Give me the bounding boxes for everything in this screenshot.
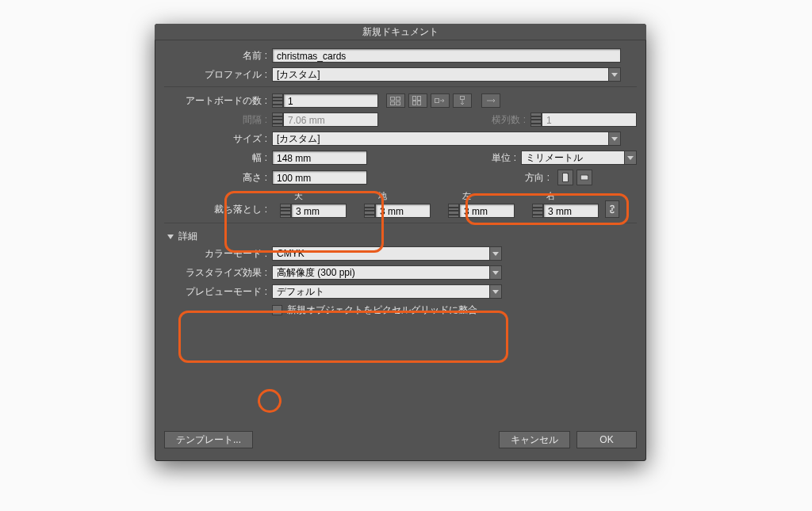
- raster-value: 高解像度 (300 ppi): [272, 265, 489, 280]
- bleed-left-caption: 左: [448, 190, 471, 202]
- columns-label: 横列数 :: [492, 113, 530, 127]
- preview-value: デフォルト: [272, 284, 489, 299]
- artboards-input[interactable]: 1: [283, 93, 378, 108]
- stepper-up-icon[interactable]: [272, 93, 283, 101]
- raster-dropdown[interactable]: 高解像度 (300 ppi): [272, 265, 502, 280]
- colormode-dropdown[interactable]: CMYK: [272, 246, 502, 261]
- stepper-down-icon[interactable]: [448, 211, 459, 218]
- size-dropdown[interactable]: [カスタム]: [272, 132, 621, 146]
- dropdown-arrow-icon: [489, 265, 502, 280]
- spacing-input: 7.06 mm: [283, 112, 378, 127]
- bleed-bottom-spinner[interactable]: 3 mm: [364, 204, 431, 218]
- spacing-label: 間隔 :: [164, 113, 272, 127]
- columns-input: 1: [542, 112, 637, 127]
- bleed-right-caption: 右: [532, 190, 555, 202]
- profile-label: プロファイル :: [164, 68, 272, 82]
- align-pixel-grid-checkbox[interactable]: [272, 305, 282, 315]
- svg-rect-1: [396, 97, 400, 101]
- preview-dropdown[interactable]: デフォルト: [272, 284, 502, 299]
- stepper-down-icon: [530, 120, 542, 127]
- cancel-button[interactable]: キャンセル: [499, 431, 570, 448]
- bleed-top-input[interactable]: 3 mm: [291, 204, 347, 218]
- dialog-body: 名前 : christmas_cards プロファイル : [カスタム] アート…: [155, 40, 646, 331]
- bleed-left-input[interactable]: 3 mm: [459, 204, 515, 218]
- svg-rect-8: [435, 99, 439, 103]
- stepper-up-icon[interactable]: [364, 204, 375, 211]
- bleed-link-button[interactable]: [605, 200, 619, 218]
- bleed-left-spinner[interactable]: 3 mm: [448, 204, 515, 218]
- svg-rect-7: [418, 101, 421, 105]
- stepper-down-icon[interactable]: [272, 101, 283, 108]
- height-input[interactable]: 100 mm: [272, 170, 367, 185]
- width-label: 幅 :: [164, 151, 272, 165]
- advanced-section-label: 詳細: [178, 230, 197, 243]
- stepper-up-icon: [530, 112, 542, 120]
- bleed-right-input[interactable]: 3 mm: [543, 204, 599, 218]
- arrange-grid-row-icon[interactable]: [386, 93, 405, 108]
- disclosure-triangle-icon: [167, 235, 174, 239]
- artboards-spinner[interactable]: 1: [272, 93, 378, 108]
- units-value: ミリメートル: [521, 151, 624, 165]
- stepper-down-icon[interactable]: [364, 211, 375, 218]
- align-pixel-grid-label: 新規オブジェクトをピクセルグリッドに整合: [287, 303, 477, 317]
- name-label: 名前 :: [164, 49, 272, 63]
- svg-rect-0: [391, 97, 395, 101]
- stepper-down-icon: [272, 120, 283, 127]
- profile-dropdown[interactable]: [カスタム]: [272, 67, 621, 82]
- orientation-portrait-button[interactable]: [557, 170, 573, 185]
- units-label: 単位 :: [492, 151, 521, 165]
- spacing-spinner: 7.06 mm: [272, 112, 378, 127]
- orientation-label: 方向 :: [525, 171, 554, 185]
- stepper-down-icon[interactable]: [280, 211, 291, 218]
- arrange-grid-col-icon[interactable]: [408, 93, 427, 108]
- stepper-up-icon[interactable]: [532, 204, 543, 211]
- dropdown-arrow-icon: [608, 132, 621, 146]
- dropdown-arrow-icon: [608, 67, 621, 82]
- bleed-top-spinner[interactable]: 3 mm: [280, 204, 347, 218]
- colormode-value: CMYK: [272, 246, 489, 261]
- profile-value: [カスタム]: [272, 67, 608, 82]
- svg-rect-3: [396, 102, 400, 105]
- bleed-bottom-caption: 地: [364, 190, 387, 202]
- artboards-label: アートボードの数 :: [164, 94, 272, 108]
- stepper-up-icon: [272, 112, 283, 120]
- arrange-col-down-icon[interactable]: [453, 93, 472, 108]
- template-button[interactable]: テンプレート...: [164, 431, 253, 448]
- bleed-bottom-input[interactable]: 3 mm: [375, 204, 431, 218]
- stepper-up-icon[interactable]: [448, 204, 459, 211]
- svg-rect-11: [580, 175, 588, 180]
- raster-label: ラスタライズ効果 :: [164, 266, 272, 280]
- bleed-top-caption: 天: [280, 190, 303, 202]
- preview-label: プレビューモード :: [164, 285, 272, 299]
- ok-button[interactable]: OK: [576, 431, 637, 448]
- dialog-title: 新規ドキュメント: [155, 24, 646, 40]
- bleed-right-spinner[interactable]: 3 mm: [532, 204, 599, 218]
- columns-spinner: 1: [530, 112, 637, 127]
- dropdown-arrow-icon: [489, 246, 502, 261]
- svg-rect-9: [461, 97, 465, 100]
- orientation-landscape-button[interactable]: [576, 170, 592, 185]
- svg-rect-2: [391, 102, 395, 105]
- name-input[interactable]: christmas_cards: [272, 48, 621, 63]
- dropdown-arrow-icon: [624, 151, 637, 165]
- svg-rect-6: [418, 97, 421, 101]
- svg-rect-5: [413, 101, 416, 105]
- size-label: サイズ :: [164, 132, 272, 146]
- advanced-section-toggle[interactable]: 詳細: [167, 230, 637, 243]
- dropdown-arrow-icon: [489, 284, 502, 299]
- stepper-down-icon[interactable]: [532, 211, 543, 218]
- svg-rect-4: [413, 97, 416, 101]
- colormode-label: カラーモード :: [164, 247, 272, 261]
- arrange-row-right-icon[interactable]: [431, 93, 450, 108]
- width-input[interactable]: 148 mm: [272, 151, 367, 165]
- bleed-label: 裁ち落とし :: [164, 203, 272, 218]
- arrange-rtl-icon[interactable]: [481, 93, 500, 108]
- size-value: [カスタム]: [272, 132, 608, 146]
- units-dropdown[interactable]: ミリメートル: [521, 151, 637, 165]
- height-label: 高さ :: [164, 171, 272, 185]
- stepper-up-icon[interactable]: [280, 204, 291, 211]
- svg-rect-10: [563, 174, 569, 182]
- new-document-dialog: 新規ドキュメント 名前 : christmas_cards プロファイル : […: [155, 24, 646, 461]
- highlight-checkbox: [258, 389, 282, 413]
- dialog-footer: テンプレート... キャンセル OK: [164, 431, 637, 448]
